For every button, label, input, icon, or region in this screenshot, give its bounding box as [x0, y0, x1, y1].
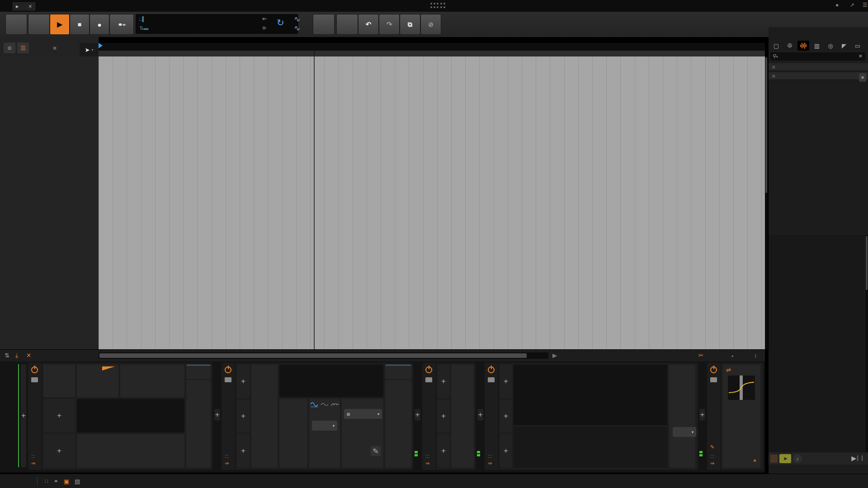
timeline-ruler[interactable] — [99, 43, 765, 56]
empty-slot[interactable]: + — [438, 365, 449, 398]
post-mode-dropdown[interactable]: ▾ — [673, 427, 696, 437]
file-list-scrollbar[interactable] — [865, 235, 868, 452]
empty-slot[interactable]: + — [43, 399, 75, 432]
device-power-icon[interactable] — [225, 366, 231, 373]
empty-slot[interactable]: + — [438, 400, 449, 432]
auto-play-cursor-icon[interactable]: ➤ — [779, 454, 791, 463]
modulation-route-icon[interactable]: ⇒ — [488, 460, 492, 466]
empty-slot[interactable]: + — [237, 365, 250, 398]
project-tab[interactable]: ▶ ✕ — [12, 1, 36, 11]
scrollbar-thumb[interactable] — [99, 353, 527, 358]
device-folder-icon[interactable] — [710, 377, 717, 382]
empty-slot[interactable]: + — [500, 365, 512, 398]
multisamples-tab-icon[interactable]: ▥ — [811, 41, 823, 51]
presets-tab-icon[interactable]: ⦾ — [784, 41, 796, 51]
modulation-route-icon[interactable]: ⇒ — [710, 460, 714, 466]
device-saturator[interactable]: ✎ …… ⇒ ⇌ R — [707, 363, 763, 470]
automation-write-button[interactable]: ⚭w — [109, 14, 134, 35]
metronome-icon[interactable]: □▍ — [139, 16, 146, 22]
snap-off-icon[interactable]: ✕ — [26, 352, 31, 359]
delete-button[interactable]: ⊘ — [420, 14, 441, 35]
add-device-button[interactable]: + — [214, 409, 220, 421]
tab-close-icon[interactable]: ✕ — [28, 4, 32, 9]
add-device-button[interactable]: + — [699, 409, 705, 421]
punch-out-icon[interactable]: ⋼ — [262, 24, 266, 31]
layered-edit-icon[interactable]: ≡ — [49, 42, 61, 53]
window-expand-icon[interactable]: ↗ — [850, 2, 854, 8]
drag-handle-icon[interactable]: …… — [31, 453, 38, 458]
note-editor-toggle-icon[interactable]: ▤ — [75, 478, 80, 485]
fx-header[interactable] — [186, 365, 211, 379]
add-device-button[interactable]: + — [477, 409, 483, 421]
loop-icon[interactable]: ↻ — [277, 17, 284, 28]
play-menu-button[interactable] — [28, 14, 50, 35]
stop-button[interactable]: ■ — [70, 14, 90, 35]
add-device-slot[interactable]: + — [21, 364, 26, 467]
zoom-vertical-icon[interactable]: ↕ — [754, 352, 757, 359]
device-folder-icon[interactable] — [488, 377, 495, 382]
modulation-route-icon[interactable]: ⇒ — [225, 460, 229, 466]
file-menu-button[interactable] — [5, 14, 27, 35]
follow-playhead-icon[interactable]: ⤓ — [15, 352, 18, 359]
drag-handle-icon[interactable]: …… — [488, 453, 495, 458]
preview-pause-icon[interactable]: ❙❙ — [855, 455, 864, 461]
shape-selector[interactable] — [309, 402, 340, 407]
device-power-icon[interactable] — [488, 366, 495, 373]
eq-band-controls[interactable] — [514, 427, 667, 468]
empty-slot[interactable]: + — [500, 434, 512, 468]
dots-grid-icon[interactable]: ∷ — [45, 478, 48, 484]
plugins-tab-icon[interactable]: ▭ — [852, 41, 863, 51]
files-tab-icon[interactable]: ◤ — [838, 41, 850, 51]
collection-section-header[interactable]: ≡ — [769, 63, 868, 71]
arranger-timeline[interactable] — [99, 56, 765, 349]
device-rotary[interactable]: …… ⇒ + + + — [422, 363, 476, 470]
clear-search-icon[interactable]: ✕ — [859, 53, 863, 59]
scroll-right-icon[interactable]: ▶ — [552, 352, 557, 359]
curve-edit-icon[interactable]: ✎ — [371, 446, 381, 456]
music-tab-icon[interactable]: ◎ — [825, 41, 836, 51]
device-power-icon[interactable] — [710, 366, 717, 373]
record-indicator-icon[interactable]: ● — [835, 2, 839, 8]
device-power-icon[interactable] — [31, 366, 38, 373]
device-eq5[interactable]: …… ⇒ + + + ▾ — [485, 363, 698, 470]
device-folder-icon[interactable] — [31, 377, 38, 382]
curve-edit-icon[interactable]: ✎ — [710, 444, 714, 450]
play-button[interactable]: ▶ — [50, 14, 70, 35]
device-folder-icon[interactable] — [225, 377, 231, 382]
loop-region-bar[interactable] — [99, 51, 765, 56]
devices-tab-icon[interactable]: ▢ — [770, 41, 782, 51]
fill-icon[interactable]: ∿ — [294, 14, 300, 24]
link-icon[interactable]: ⇌ — [726, 366, 731, 373]
window-menu-icon[interactable]: ☰ — [863, 2, 868, 8]
device-ehat[interactable]: …… ⇒ + + — [28, 363, 212, 470]
modulation-route-icon[interactable]: ⇒ — [31, 460, 35, 466]
playhead-marker-icon[interactable] — [99, 43, 103, 48]
empty-slot[interactable]: + — [500, 400, 512, 432]
pitch-preview-icon[interactable]: ♪ — [793, 454, 802, 463]
clip-launcher-toggle-icon[interactable]: ▣ — [64, 478, 69, 485]
add-device-button[interactable]: + — [415, 409, 420, 421]
track-list-icon[interactable]: ☰ — [17, 42, 29, 53]
undo-button[interactable]: ↶ — [358, 14, 379, 35]
empty-slot[interactable]: + — [43, 434, 75, 468]
device-power-icon[interactable] — [425, 366, 432, 373]
mixer-view-icon[interactable]: ⧈ — [4, 42, 15, 53]
device-bit8[interactable]: …… ⇒ + + + ▾ — [222, 363, 413, 470]
modulation-route-icon[interactable]: ⇒ — [425, 460, 429, 466]
add-track-button[interactable] — [313, 14, 335, 35]
edit-menu-button[interactable] — [336, 14, 358, 35]
groove-icon[interactable]: ⇅▬ — [139, 25, 148, 31]
browser-search-input[interactable]: ⚲▾ ✕ — [770, 52, 865, 61]
note-link-icon[interactable]: ⚭ — [54, 478, 58, 484]
lp-slope-value[interactable]: R — [754, 459, 756, 465]
swing-icon[interactable]: ∿ — [294, 23, 300, 33]
empty-slot[interactable]: + — [438, 434, 449, 468]
quantize-mode-dropdown[interactable]: ▩▾ — [344, 409, 382, 419]
horizontal-scrollbar[interactable] — [99, 352, 548, 359]
tool-selector[interactable]: ➤ ▾ — [80, 43, 99, 56]
grid-resolution-selector[interactable]: ▾ — [731, 353, 733, 358]
punch-in-icon[interactable]: ⇤ — [262, 15, 267, 22]
drag-handle-icon[interactable]: …… — [425, 453, 433, 458]
eq-graph-display[interactable] — [514, 365, 667, 425]
duplicate-button[interactable]: ⧉ — [400, 14, 420, 35]
